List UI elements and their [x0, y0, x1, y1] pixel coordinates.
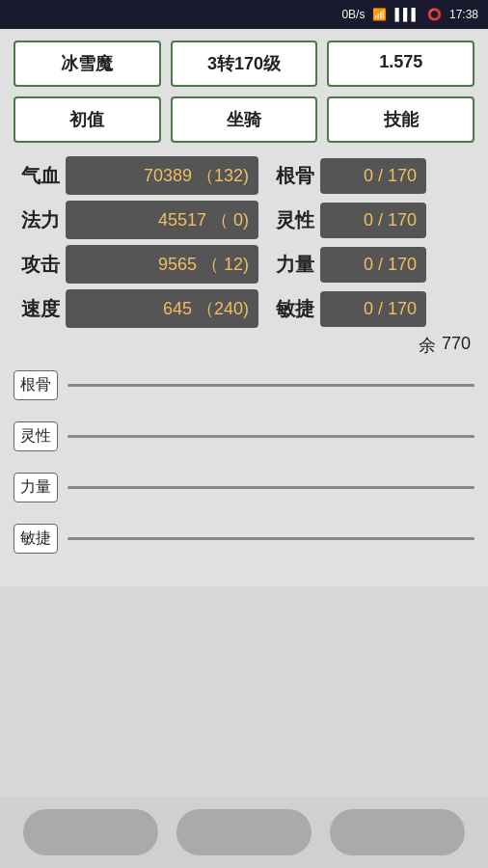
- atk-label: 攻击: [14, 252, 60, 278]
- stats-row-atk: 攻击 9565 （ 12) 力量 0 / 170: [14, 245, 474, 284]
- slider-row-bone: 根骨: [14, 370, 474, 400]
- bottom-button-2[interactable]: [176, 809, 312, 855]
- spirit-value: 0 / 170: [320, 203, 426, 238]
- slider-agility-label: 敏捷: [14, 524, 58, 554]
- top-btn-row-1: 冰雪魔 3转170级 1.575: [14, 41, 474, 87]
- remainder-label: 余: [419, 334, 436, 357]
- bone-label: 根骨: [268, 163, 314, 189]
- slider-bone-track[interactable]: [68, 384, 474, 387]
- slider-spirit-track[interactable]: [68, 435, 474, 438]
- bottom-button-1[interactable]: [23, 809, 158, 855]
- bottom-bar: [0, 797, 488, 868]
- slider-agility-track[interactable]: [68, 537, 474, 540]
- signal-icon: ▌▌▌: [394, 8, 420, 21]
- stats-row-mp: 法力 45517 （ 0) 灵性 0 / 170: [14, 201, 474, 239]
- mp-value: 45517 （ 0): [66, 201, 258, 239]
- slider-strength-track[interactable]: [68, 486, 474, 489]
- agility-label: 敏捷: [268, 296, 314, 322]
- mount-button[interactable]: 坐骑: [171, 96, 318, 143]
- version-button[interactable]: 1.575: [327, 41, 474, 87]
- time-display: 17:38: [449, 8, 478, 21]
- strength-value: 0 / 170: [320, 247, 426, 283]
- mp-label: 法力: [14, 207, 60, 233]
- hp-label: 气血: [14, 163, 60, 189]
- stats-row-spd: 速度 645 （240) 敏捷 0 / 170: [14, 289, 474, 328]
- slider-row-strength: 力量: [14, 473, 474, 502]
- remainder-value: 770: [442, 334, 471, 357]
- level-button[interactable]: 3转170级: [171, 41, 318, 87]
- atk-value: 9565 （ 12): [66, 245, 258, 284]
- main-content: 冰雪魔 3转170级 1.575 初值 坐骑 技能 气血 70389 （132)…: [0, 29, 488, 586]
- wifi-icon: 📶: [372, 8, 387, 21]
- slider-row-agility: 敏捷: [14, 524, 474, 554]
- slider-row-spirit: 灵性: [14, 421, 474, 451]
- agility-value: 0 / 170: [320, 291, 426, 327]
- slider-bone-label: 根骨: [14, 370, 58, 400]
- bone-value: 0 / 170: [320, 158, 426, 194]
- slider-section: 根骨 灵性 力量 敏捷: [14, 370, 474, 554]
- stats-row-hp: 气血 70389 （132) 根骨 0 / 170: [14, 156, 474, 195]
- battery-icon: ⭕: [427, 8, 442, 21]
- status-bar: 0B/s 📶 ▌▌▌ ⭕ 17:38: [0, 0, 488, 29]
- remainder-row: 余 770: [14, 334, 474, 357]
- slider-strength-label: 力量: [14, 473, 58, 502]
- bottom-button-3[interactable]: [330, 809, 465, 855]
- slider-spirit-label: 灵性: [14, 421, 58, 451]
- top-btn-row-2: 初值 坐骑 技能: [14, 96, 474, 143]
- stats-section: 气血 70389 （132) 根骨 0 / 170 法力 45517 （ 0) …: [14, 156, 474, 328]
- network-speed: 0B/s: [341, 8, 365, 21]
- character-name-button[interactable]: 冰雪魔: [14, 41, 161, 87]
- hp-value: 70389 （132): [66, 156, 258, 195]
- spd-value: 645 （240): [66, 289, 258, 328]
- skill-button[interactable]: 技能: [327, 96, 474, 143]
- spirit-label: 灵性: [268, 207, 314, 233]
- initial-value-button[interactable]: 初值: [14, 96, 161, 143]
- strength-label: 力量: [268, 252, 314, 278]
- spd-label: 速度: [14, 296, 60, 322]
